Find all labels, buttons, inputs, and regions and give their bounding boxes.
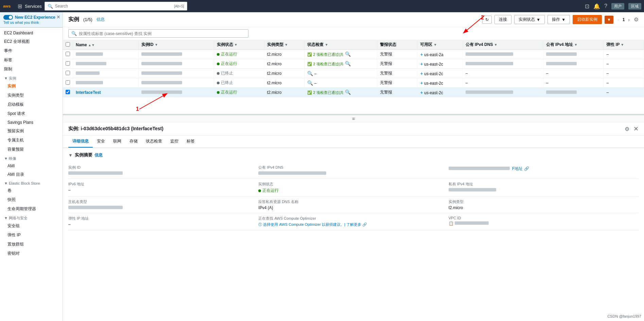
sidebar-item-lifecycle-manager[interactable]: 生命周期管理器 <box>0 204 63 214</box>
tab-monitoring[interactable]: 监控 <box>166 136 182 148</box>
sidebar-item-spot-requests[interactable]: Spot 请求 <box>0 109 63 118</box>
filter-icon-ipv4[interactable]: ▼ <box>574 43 577 47</box>
sidebar-item-tags[interactable]: 标签 <box>0 55 63 65</box>
prev-page-button[interactable]: ‹ <box>616 17 621 22</box>
sidebar-item-ami[interactable]: AMI <box>0 162 63 170</box>
table-row-selected[interactable]: InterfaceTest 正在运行 t2.micro ✅ 2 项检查已通过( <box>63 88 644 97</box>
section-info-link[interactable]: 信息 <box>94 152 103 158</box>
row2-az-plus[interactable]: + <box>420 61 423 67</box>
sidebar-item-ec2-global[interactable]: EC2 全球视图 <box>0 37 63 46</box>
global-search-bar[interactable]: 🔍 [Alt+S] <box>45 2 187 11</box>
filter-icon-checks[interactable]: ▼ <box>325 43 328 47</box>
sidebar-item-events[interactable]: 事件 <box>0 46 63 55</box>
connect-button[interactable]: 连接 <box>494 15 511 24</box>
aws-logo[interactable]: aws <box>3 3 14 10</box>
filter-icon-elastic[interactable]: ▼ <box>621 43 624 47</box>
launch-instance-arrow-button[interactable]: ▼ <box>605 16 613 24</box>
sort-icon-name[interactable]: ▲▼ <box>88 43 95 47</box>
filter-icon-dns[interactable]: ▼ <box>494 43 498 47</box>
sidebar-item-placement-groups[interactable]: 置放群组 <box>0 240 63 249</box>
sidebar-item-reserved[interactable]: 预留实例 <box>0 126 63 136</box>
tab-storage[interactable]: 存储 <box>125 136 142 148</box>
row3-az-plus[interactable]: + <box>420 71 423 76</box>
table-row[interactable]: 正在运行 t2.micro ✅ 2 项检查已通过(共 🔍 无警报 + <box>63 50 644 59</box>
section-arrow[interactable]: ▼ <box>68 153 73 158</box>
row4-az-plus[interactable]: + <box>420 80 423 86</box>
filter-icon-type[interactable]: ▼ <box>284 43 288 47</box>
row1-checkbox[interactable] <box>66 52 70 56</box>
row4-checkbox[interactable] <box>66 80 70 85</box>
table-row[interactable]: 已终止 t2.micro 🔍 – 无警报 + us-east <box>63 69 644 78</box>
sidebar-item-key-pairs[interactable]: 密钥对 <box>0 249 63 258</box>
tab-network[interactable]: 联网 <box>109 136 125 148</box>
row5-az-plus[interactable]: + <box>420 90 423 95</box>
region-menu[interactable]: 区域 <box>628 3 641 10</box>
next-page-button[interactable]: › <box>627 17 631 22</box>
detail-panel-handle[interactable]: ≡ <box>63 115 644 122</box>
new-experience-toggle[interactable]: New EC2 Experience <box>3 15 59 20</box>
row4-elastic: – <box>604 78 644 88</box>
field-value-compute-optimizer[interactable]: ① 选择使用 AWS Compute Optimizer 以获得建议。| 了解更… <box>258 222 444 227</box>
sort-icon-id[interactable]: ▼ <box>155 43 158 47</box>
sidebar-item-savings-plans[interactable]: Savings Plans <box>0 118 63 126</box>
info-link[interactable]: 信息 <box>97 17 105 22</box>
sidebar-section-network[interactable]: ▼ 网络与安全 <box>0 214 63 221</box>
toggle-switch[interactable] <box>3 15 13 20</box>
launch-instance-button[interactable]: 启动新实例 <box>573 15 602 24</box>
row3-checkbox[interactable] <box>66 71 70 75</box>
sidebar-item-instance-types[interactable]: 实例类型 <box>0 91 63 100</box>
sidebar-item-capacity-reservations[interactable]: 容量预留 <box>0 145 63 154</box>
row5-checkbox[interactable] <box>66 90 70 94</box>
sidebar-item-elastic-ip[interactable]: 弹性 IP <box>0 231 63 240</box>
row1-check-expand[interactable]: 🔍 <box>345 51 351 57</box>
user-menu[interactable]: 用户 <box>611 3 624 10</box>
instance-search-input[interactable] <box>79 31 245 36</box>
row5-check-expand[interactable]: 🔍 <box>345 89 351 95</box>
settings-icon[interactable]: ⚙ <box>634 16 639 23</box>
detail-close-icon[interactable]: ✕ <box>633 125 639 133</box>
sidebar-item-ec2-dashboard[interactable]: EC2 Dashboard <box>0 29 63 37</box>
sidebar-section-instances[interactable]: ▼ 实例 <box>0 74 63 82</box>
select-all-checkbox[interactable] <box>66 42 70 47</box>
services-button[interactable]: Services <box>25 4 42 9</box>
row2-checkbox[interactable] <box>66 61 70 66</box>
grid-icon[interactable]: ⊞ <box>18 3 22 10</box>
tab-details[interactable]: 详细信息 <box>68 136 93 148</box>
close-icon[interactable]: ✕ <box>56 14 60 20</box>
sidebar-section-images[interactable]: ▼ 映像 <box>0 154 63 162</box>
field-label-vpc-id: VPC ID <box>449 216 634 220</box>
table-row[interactable]: 已终止 t2.micro 🔍 – 无警报 + us-east <box>63 78 644 88</box>
actions-button[interactable]: 操作 ▼ <box>547 15 570 24</box>
sidebar-section-ebs[interactable]: ▼ Elastic Block Store <box>0 179 63 186</box>
sidebar-item-volumes[interactable]: 卷 <box>0 186 63 195</box>
f-address-link[interactable]: F地址 🔗 <box>512 166 529 171</box>
filter-icon-az[interactable]: ▼ <box>434 43 437 47</box>
row2-check-expand[interactable]: 🔍 <box>345 61 351 66</box>
tab-status-checks[interactable]: 状态检查 <box>142 136 166 148</box>
bell-icon[interactable]: 🔔 <box>593 3 600 10</box>
detail-settings-icon[interactable]: ⚙ <box>625 126 629 132</box>
tab-security[interactable]: 安全 <box>93 136 109 148</box>
sidebar-item-limits[interactable]: 限制 <box>0 65 63 74</box>
sidebar-item-ami-catalog[interactable]: AMI 目录 <box>0 170 63 179</box>
tab-tags[interactable]: 标签 <box>182 136 199 148</box>
terminal-icon[interactable]: ⊡ <box>585 3 589 10</box>
new-experience-sub[interactable]: Tell us what you think <box>3 20 59 24</box>
sidebar-item-security-groups[interactable]: 安全组 <box>0 221 63 231</box>
search-input-wrap[interactable]: 🔍 <box>68 29 248 38</box>
sidebar-item-launch-templates[interactable]: 启动模板 <box>0 100 63 109</box>
sidebar-item-snapshots[interactable]: 快照 <box>0 195 63 204</box>
instance-state-button[interactable]: 实例状态 ▼ <box>514 15 545 24</box>
field-value-elastic-link[interactable]: F地址 🔗 <box>449 166 634 172</box>
question-icon[interactable]: ? <box>604 3 607 9</box>
filter-icon-status[interactable]: ▼ <box>234 43 238 47</box>
row4-check-expand[interactable]: 🔍 <box>307 80 313 86</box>
global-search-input[interactable] <box>55 4 172 9</box>
table-row[interactable]: 正在运行 t2.micro ✅ 2 项检查已通过(共 🔍 无警报 + <box>63 59 644 69</box>
row3-check-expand[interactable]: 🔍 <box>307 71 313 76</box>
panel-header: 实例 (1/5) 信息 ↻ 连接 实例状态 ▼ <box>63 12 644 27</box>
sidebar-item-dedicated[interactable]: 专属主机 <box>0 136 63 145</box>
refresh-button[interactable]: ↻ <box>482 16 492 24</box>
row1-az-plus[interactable]: + <box>420 52 423 57</box>
sidebar-item-instances[interactable]: 实例 <box>0 82 63 91</box>
